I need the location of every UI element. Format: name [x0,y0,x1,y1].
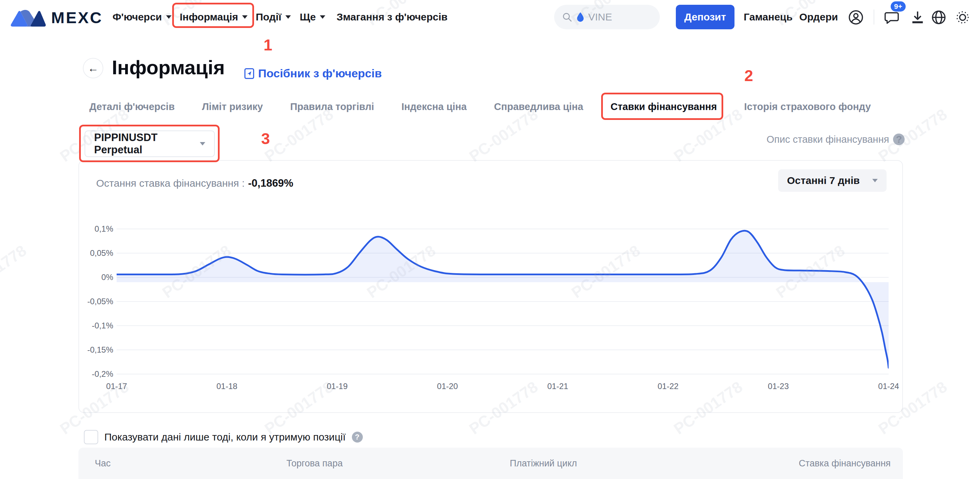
theme-sun-icon[interactable] [955,10,970,25]
chart-plot [117,219,889,382]
orders-link[interactable]: Ордери [799,0,838,34]
info-tabs: Деталі ф'ючерсівЛіміт ризикуПравила торг… [89,94,871,120]
chevron-down-icon [872,179,878,182]
y-axis-tick: 0,05% [79,248,113,258]
wallet-link[interactable]: Гаманець [744,0,792,34]
chevron-down-icon [242,15,248,19]
mexc-logo-icon [10,8,46,27]
guide-book-icon [243,67,255,80]
chevron-down-icon [200,142,205,146]
deposit-button[interactable]: Депозит [676,5,735,29]
top-navigation-bar: MEXC Ф'ючерсиІнформаціяПодіїЩеЗмагання з… [0,0,980,34]
page-title: Інформація [112,56,225,79]
last-funding-rate-label: Остання ставка фінансування : [96,178,245,189]
tab-2[interactable]: Ліміт ризику [202,101,263,113]
table-header-1: Час [95,448,111,479]
funding-rate-chart-card: Остання ставка фінансування : -0,1869% О… [78,160,903,413]
tab-6[interactable]: Ставки фінансування [610,101,717,113]
annotation-number-3: 3 [261,130,270,148]
guide-link-label: Посібник з ф'ючерсів [258,67,382,80]
tab-7[interactable]: Історія страхового фонду [744,101,871,113]
search-value: VINE [588,11,612,23]
topbar-divider [873,10,874,25]
nav-item-3[interactable]: Події [256,0,291,34]
avatar-icon[interactable] [848,10,864,25]
contract-selector-value: PIPPINUSDT Perpetual [94,132,200,156]
nav-item-label: Змагання з ф'ючерсів [337,11,448,23]
y-axis-tick: -0,15% [79,345,113,355]
annotation-number-1: 1 [264,36,272,54]
last-funding-rate-value: -0,1869% [248,177,293,189]
table-header-4: Ставка фінансування [799,448,891,479]
download-icon[interactable] [910,10,926,25]
nav-item-1[interactable]: Ф'ючерси [113,0,172,34]
watermark-text: PC-001778 [0,241,30,302]
position-filter-row: Показувати дані лише тоді, коли я утриму… [84,430,363,444]
nav-item-label: Ще [300,11,316,23]
contract-selector-dropdown[interactable]: PIPPINUSDT Perpetual [84,130,215,157]
y-axis-tick: -0,2% [79,369,113,379]
time-range-value: Останні 7 днів [787,175,860,186]
x-axis-tick: 01-21 [538,382,578,391]
time-range-dropdown[interactable]: Останні 7 днів [778,169,886,192]
annotation-number-2: 2 [745,67,753,85]
tab-3[interactable]: Правила торгівлі [290,101,374,113]
table-header-2: Торгова пара [286,448,343,479]
watermark-text: PC-001778 [977,241,980,302]
help-icon[interactable]: ? [352,431,363,443]
tab-4[interactable]: Індексна ціна [401,101,467,113]
y-axis-tick: -0,05% [79,297,113,307]
x-axis-tick: 01-17 [96,382,137,391]
search-icon [562,11,573,22]
back-arrow-icon: ← [88,62,99,75]
show-only-positions-checkbox[interactable] [84,430,98,444]
back-button[interactable]: ← [83,58,103,78]
chevron-down-icon [285,15,291,19]
mexc-logo[interactable]: MEXC [10,8,103,27]
x-axis-tick: 01-20 [427,382,468,391]
tab-5[interactable]: Справедлива ціна [494,101,584,113]
hot-drop-icon [576,12,585,22]
globe-icon[interactable] [931,10,947,25]
funding-table-header: ЧасТоргова параПлатіжний циклСтавка фіна… [78,448,903,479]
x-axis-tick: 01-22 [648,382,689,391]
y-axis-tick: 0% [79,272,113,282]
last-funding-rate: Остання ставка фінансування : -0,1869% [96,177,293,189]
funding-rate-description-link[interactable]: Опис ставки фінансування ? [767,133,905,145]
nav-item-label: Інформація [180,11,238,23]
show-only-positions-label: Показувати дані лише тоді, коли я утриму… [104,431,346,443]
chevron-down-icon [320,15,325,19]
nav-item-label: Події [256,11,281,23]
help-icon: ? [893,133,905,145]
y-axis-tick: -0,1% [79,320,113,331]
nav-item-2[interactable]: Інформація [180,0,248,34]
nav-item-4[interactable]: Ще [300,0,325,34]
table-header-3: Платіжний цикл [510,448,577,479]
x-axis-tick: 01-23 [758,382,799,391]
futures-guide-link[interactable]: Посібник з ф'ючерсів [243,67,382,80]
notification-badge: 9+ [891,2,906,11]
x-axis-tick: 01-24 [868,382,909,391]
mexc-logo-text: MEXC [51,8,103,27]
chevron-down-icon [166,15,172,19]
x-axis-tick: 01-19 [317,382,358,391]
y-axis-tick: 0,1% [79,224,113,234]
tab-1[interactable]: Деталі ф'ючерсів [89,101,175,113]
funding-rate-description-label: Опис ставки фінансування [767,134,889,145]
nav-item-5[interactable]: Змагання з ф'ючерсів [337,0,448,34]
nav-item-label: Ф'ючерси [113,11,162,23]
chat-icon[interactable] [884,10,899,25]
x-axis-tick: 01-18 [206,382,247,391]
search-input[interactable]: VINE [554,5,660,29]
